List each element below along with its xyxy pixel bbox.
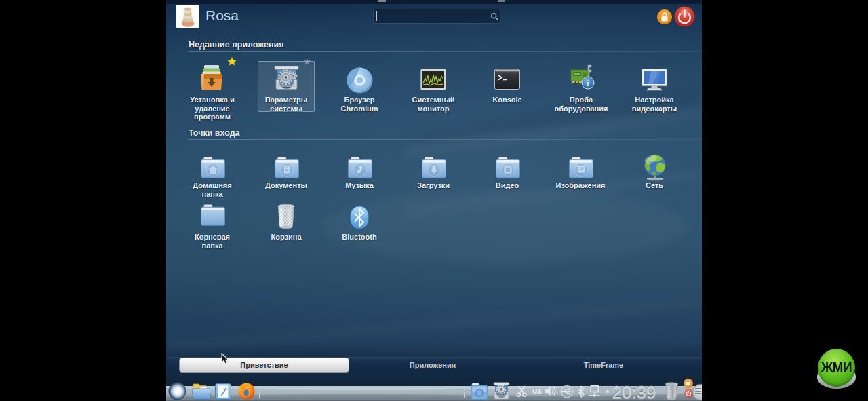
svg-text:i: i bbox=[587, 78, 589, 88]
